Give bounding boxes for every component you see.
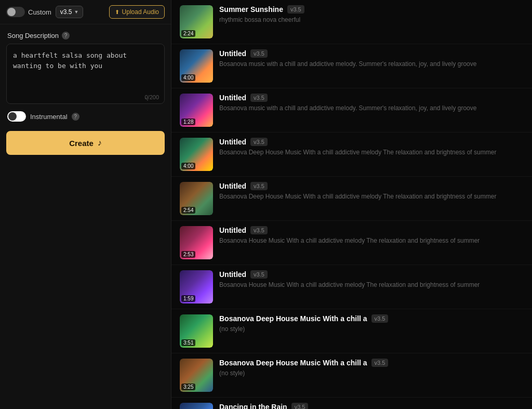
song-title-row: Untitled v3.5 bbox=[219, 94, 524, 102]
thumbnail-image bbox=[180, 403, 213, 409]
song-info: Untitled v3.5 Bosanova music with a chil… bbox=[219, 94, 524, 113]
song-info: Summer Sunshine v3.5 rhythmic bossa nova… bbox=[219, 5, 524, 24]
upload-label: Upload Audio bbox=[122, 8, 159, 16]
custom-toggle-wrap: Custom bbox=[6, 7, 51, 17]
song-thumbnail: 2:24 bbox=[180, 403, 213, 409]
instrumental-knob bbox=[8, 112, 17, 121]
song-duration: 2:53 bbox=[181, 251, 195, 258]
left-panel: Custom v3.5 ▼ ⬆ Upload Audio Song Descri… bbox=[0, 0, 171, 409]
song-title: Untitled bbox=[219, 138, 246, 146]
description-textarea[interactable] bbox=[7, 44, 164, 101]
song-title: Untitled bbox=[219, 182, 246, 190]
song-title: Untitled bbox=[219, 270, 246, 279]
version-badge: v3.5 bbox=[291, 403, 309, 409]
version-badge: v3.5 bbox=[250, 49, 268, 58]
song-thumbnail: 3:25 bbox=[180, 359, 213, 392]
song-thumbnail: 3:51 bbox=[180, 314, 213, 348]
top-controls: Custom v3.5 ▼ ⬆ Upload Audio bbox=[0, 0, 171, 24]
version-badge: v3.5 bbox=[371, 359, 389, 367]
song-description: Bosanova Deep House Music With a chill a… bbox=[219, 192, 524, 201]
toggle-knob bbox=[7, 8, 16, 16]
song-title-row: Untitled v3.5 bbox=[219, 138, 524, 146]
song-info: Untitled v3.5 Bosanova House Music With … bbox=[219, 270, 524, 289]
song-item[interactable]: 1:59 Untitled v3.5 Bosanova House Music … bbox=[171, 265, 532, 309]
song-description: Bosanova House Music With a chill addict… bbox=[219, 236, 524, 245]
song-thumbnail: 4:00 bbox=[180, 138, 213, 171]
song-title: Bosanova Deep House Music With a chill a bbox=[219, 359, 367, 367]
chevron-down-icon: ▼ bbox=[74, 9, 78, 15]
instrumental-row: Instrumental ? bbox=[0, 104, 171, 129]
right-panel[interactable]: 2:24 Summer Sunshine v3.5 rhythmic bossa… bbox=[171, 0, 532, 409]
song-title-row: Untitled v3.5 bbox=[219, 270, 524, 279]
song-duration: 2:24 bbox=[181, 30, 195, 37]
song-title-row: Bosanova Deep House Music With a chill a… bbox=[219, 314, 524, 323]
song-description: (no style) bbox=[219, 325, 524, 334]
version-badge: v3.5 bbox=[250, 138, 268, 146]
song-duration: 3:25 bbox=[181, 384, 195, 390]
instrumental-help-icon[interactable]: ? bbox=[72, 113, 79, 121]
song-info: Untitled v3.5 Bosanova Deep House Music … bbox=[219, 182, 524, 201]
instrumental-toggle[interactable] bbox=[7, 111, 26, 122]
description-area: 0/200 ⤡ bbox=[6, 44, 165, 104]
song-item[interactable]: 3:51 Bosanova Deep House Music With a ch… bbox=[171, 309, 532, 353]
song-thumbnail: 1:59 bbox=[180, 270, 213, 304]
song-title-row: Untitled v3.5 bbox=[219, 49, 524, 58]
version-badge: v3.5 bbox=[287, 5, 304, 14]
song-description: Bosanova Deep House Music With a chill a… bbox=[219, 148, 524, 157]
song-item[interactable]: 4:00 Untitled v3.5 Bosanova Deep House M… bbox=[171, 133, 532, 177]
custom-label: Custom bbox=[28, 8, 51, 16]
song-title: Dancing in the Rain bbox=[219, 403, 287, 409]
song-duration: 4:00 bbox=[181, 74, 195, 81]
help-icon[interactable]: ? bbox=[62, 32, 70, 39]
upload-audio-button[interactable]: ⬆ Upload Audio bbox=[109, 5, 165, 19]
song-duration: 2:54 bbox=[181, 207, 195, 214]
song-thumbnail: 1:28 bbox=[180, 94, 213, 127]
song-info: Untitled v3.5 Bosanova House Music With … bbox=[219, 226, 524, 245]
song-duration: 3:51 bbox=[181, 339, 195, 346]
song-duration: 4:00 bbox=[181, 163, 195, 169]
song-item[interactable]: 2:54 Untitled v3.5 Bosanova Deep House M… bbox=[171, 177, 532, 221]
song-thumbnail: 2:54 bbox=[180, 182, 213, 215]
song-info: Untitled v3.5 Bosanova Deep House Music … bbox=[219, 138, 524, 157]
version-badge: v3.5 bbox=[250, 94, 268, 102]
song-thumbnail: 4:00 bbox=[180, 49, 213, 83]
song-title: Untitled bbox=[219, 226, 246, 234]
song-title-row: Bosanova Deep House Music With a chill a… bbox=[219, 359, 524, 367]
create-label: Create bbox=[69, 139, 94, 148]
song-title: Summer Sunshine bbox=[219, 5, 283, 14]
song-title: Untitled bbox=[219, 49, 246, 58]
song-thumbnail: 2:53 bbox=[180, 226, 213, 259]
create-button[interactable]: Create ♪ bbox=[6, 131, 165, 155]
song-item[interactable]: 2:53 Untitled v3.5 Bosanova House Music … bbox=[171, 221, 532, 265]
version-badge: v3.5 bbox=[250, 270, 268, 279]
upload-icon: ⬆ bbox=[115, 9, 119, 16]
song-title-row: Untitled v3.5 bbox=[219, 226, 524, 234]
resize-handle: ⤡ bbox=[144, 96, 150, 101]
song-info: Bosanova Deep House Music With a chill a… bbox=[219, 314, 524, 334]
song-thumbnail: 2:24 bbox=[180, 5, 213, 38]
song-item[interactable]: 2:24 Dancing in the Rain v3.5 Bosanova D… bbox=[171, 398, 532, 409]
version-badge: v3.5 bbox=[250, 226, 268, 234]
song-description: rhythmic bossa nova cheerful bbox=[219, 16, 524, 24]
song-item[interactable]: 2:24 Summer Sunshine v3.5 rhythmic bossa… bbox=[171, 0, 532, 44]
song-description: Bosanova House Music With a chill addict… bbox=[219, 281, 524, 289]
song-description: Bosanova music with a chill and addictiv… bbox=[219, 60, 524, 69]
custom-toggle[interactable] bbox=[6, 7, 25, 17]
song-duration: 1:28 bbox=[181, 118, 195, 125]
instrumental-label: Instrumental bbox=[30, 113, 68, 121]
version-badge: v3.5 bbox=[371, 314, 389, 323]
version-text: v3.5 bbox=[60, 8, 72, 16]
song-item[interactable]: 3:25 Bosanova Deep House Music With a ch… bbox=[171, 353, 532, 398]
song-description-label: Song Description ? bbox=[0, 24, 171, 44]
song-title: Untitled bbox=[219, 94, 246, 102]
song-description: (no style) bbox=[219, 369, 524, 378]
song-description: Bosanova music with a chill and addictiv… bbox=[219, 104, 524, 113]
song-item[interactable]: 1:28 Untitled v3.5 Bosanova music with a… bbox=[171, 88, 532, 133]
version-button[interactable]: v3.5 ▼ bbox=[56, 6, 84, 18]
song-duration: 1:59 bbox=[181, 295, 195, 302]
song-info: Untitled v3.5 Bosanova music with a chil… bbox=[219, 49, 524, 69]
song-item[interactable]: 4:00 Untitled v3.5 Bosanova music with a… bbox=[171, 44, 532, 88]
song-title-row: Summer Sunshine v3.5 bbox=[219, 5, 524, 14]
song-info: Bosanova Deep House Music With a chill a… bbox=[219, 359, 524, 378]
version-badge: v3.5 bbox=[250, 182, 268, 190]
